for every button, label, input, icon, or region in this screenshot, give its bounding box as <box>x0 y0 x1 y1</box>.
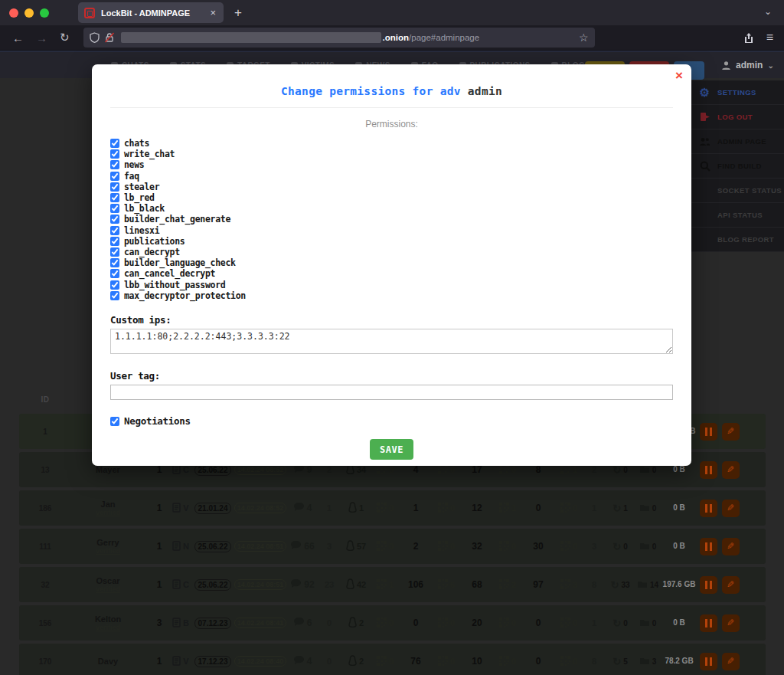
permission-checkbox-row[interactable]: news <box>110 159 673 170</box>
custom-ips-textarea[interactable] <box>110 329 673 354</box>
pause-button[interactable] <box>700 461 717 479</box>
back-button[interactable]: ← <box>12 31 24 44</box>
permission-checkbox[interactable] <box>110 160 119 169</box>
permission-checkbox[interactable] <box>110 182 119 192</box>
negotiations-checkbox[interactable] <box>110 417 119 426</box>
save-button[interactable]: SAVE <box>370 439 413 460</box>
edit-button[interactable]: ✎ <box>722 576 740 594</box>
permission-checkbox[interactable] <box>110 215 119 224</box>
permission-checkbox-row[interactable]: can_decrypt <box>110 247 673 257</box>
edit-button[interactable]: ✎ <box>722 614 740 632</box>
permission-checkbox-row[interactable]: publications <box>110 236 673 247</box>
reload-button[interactable]: ↻ <box>60 31 70 44</box>
permission-label: chats <box>124 138 149 149</box>
folder-count: 0 <box>652 542 657 551</box>
permission-checkbox-row[interactable]: max_decryptor_protection <box>110 290 673 301</box>
permission-checkbox-row[interactable]: write_chat <box>110 149 673 159</box>
cell-q2: 0 <box>433 503 460 514</box>
app-menu-icon[interactable]: ≡ <box>766 31 773 44</box>
menu-item-api-status[interactable]: API STATUS <box>690 203 784 228</box>
permission-checkbox-row[interactable]: builder_chat_generate <box>110 214 673 224</box>
user-tag-input[interactable] <box>110 385 673 400</box>
minimize-window-button[interactable] <box>24 8 34 18</box>
permission-checkbox[interactable] <box>110 280 119 290</box>
insecure-lock-icon[interactable] <box>104 32 115 43</box>
new-tab-button[interactable]: + <box>234 5 242 21</box>
menu-item-find-build[interactable]: FIND BUILD <box>690 154 784 179</box>
folder-count: 0 <box>652 504 657 513</box>
menu-item-log-out[interactable]: LOG OUT <box>690 105 784 129</box>
permission-checkbox[interactable] <box>110 258 119 267</box>
permission-checkbox-row[interactable]: faq <box>110 171 673 182</box>
permission-checkbox-row[interactable]: linesxi <box>110 225 673 236</box>
pause-button[interactable] <box>700 576 717 594</box>
pause-button[interactable] <box>700 500 717 517</box>
tab-close-icon[interactable]: × <box>208 7 217 18</box>
cell-n4: 68 <box>460 579 494 590</box>
permission-checkbox[interactable] <box>110 193 119 202</box>
edit-button[interactable]: ✎ <box>722 653 740 670</box>
permission-checkbox-row[interactable]: builder_language_check <box>110 257 673 268</box>
qr-count: 2 <box>511 580 516 589</box>
cell-datetime: 14.02.24 08:52 <box>234 464 287 475</box>
url-bar[interactable]: .onion/page#adminpage ☆ <box>83 28 595 48</box>
permission-checkbox[interactable] <box>110 172 119 181</box>
permission-checkbox[interactable] <box>110 269 119 278</box>
permission-checkbox[interactable] <box>110 237 119 246</box>
document-icon <box>172 503 181 514</box>
edit-button[interactable]: ✎ <box>722 423 740 441</box>
permission-checkbox-row[interactable]: stealer <box>110 182 673 192</box>
negotiations-checkbox-row[interactable]: Negotiations <box>110 416 673 427</box>
permission-checkbox-row[interactable]: lb_red <box>110 192 673 203</box>
permission-checkbox[interactable] <box>110 247 119 257</box>
menu-item-label: SOCKET STATUS <box>717 186 782 195</box>
permission-checkbox[interactable] <box>110 149 119 159</box>
pause-button[interactable] <box>700 538 717 555</box>
permission-checkbox[interactable] <box>110 139 119 148</box>
menu-item-socket-status[interactable]: SOCKET STATUS <box>690 179 784 203</box>
permission-checkbox-row[interactable]: chats <box>110 138 673 149</box>
user-menu-trigger[interactable]: admin ⌄ <box>721 60 774 70</box>
document-icon <box>172 618 181 629</box>
modal-title: Change permissions for adv admin <box>110 64 673 97</box>
cell-n4: 10 <box>460 656 494 667</box>
qr-count: 0 <box>389 465 394 474</box>
edit-button[interactable]: ✎ <box>722 538 740 555</box>
forward-button[interactable]: → <box>36 31 47 44</box>
zoom-window-button[interactable] <box>40 8 49 18</box>
cell-folder: 0 <box>635 618 661 628</box>
permission-checkbox-row[interactable]: can_cancel_decrypt <box>110 268 673 279</box>
qr-icon <box>377 656 387 667</box>
pause-icon <box>705 466 712 474</box>
permission-label: news <box>124 159 145 170</box>
close-window-button[interactable] <box>9 8 18 18</box>
shield-icon[interactable] <box>90 32 100 43</box>
share-icon[interactable] <box>743 32 754 44</box>
permission-checkbox[interactable] <box>110 204 119 213</box>
cell-n6: 3 <box>583 542 606 551</box>
edit-button[interactable]: ✎ <box>722 500 740 517</box>
permission-checkbox[interactable] <box>110 226 119 235</box>
pause-button[interactable] <box>700 614 717 632</box>
menu-item-blog-report[interactable]: BLOG REPORT <box>690 228 784 252</box>
permission-checkbox-row[interactable]: lb_black <box>110 203 673 214</box>
cell-datetime: 14.02.24 08:41 <box>234 618 287 628</box>
menu-item-admin-page[interactable]: ADMIN PAGE <box>690 129 784 154</box>
menu-item-settings[interactable]: ⚙SETTINGS <box>690 80 784 105</box>
cell-user: Keltonverified <box>67 614 149 631</box>
edit-button[interactable]: ✎ <box>722 461 740 479</box>
browser-tab[interactable]: LockBit - ADMINPAGE × <box>78 2 224 23</box>
permission-checkbox[interactable] <box>110 291 119 300</box>
modal-close-icon[interactable]: × <box>675 68 683 84</box>
cell-n5: 0 <box>521 503 555 513</box>
tab-list-chevron-icon[interactable]: ⌄ <box>764 6 772 17</box>
pause-button[interactable] <box>700 653 717 670</box>
pause-button[interactable] <box>700 423 717 441</box>
cell-folder: 14 <box>635 580 661 590</box>
cell-linux: 2 <box>341 655 371 667</box>
permission-checkbox-row[interactable]: lbb_without_password <box>110 279 673 290</box>
bookmark-star-icon[interactable]: ☆ <box>579 31 589 44</box>
cell-doc: N <box>169 541 192 552</box>
cell-n4: 32 <box>460 541 494 552</box>
permission-label: builder_language_check <box>124 257 236 268</box>
